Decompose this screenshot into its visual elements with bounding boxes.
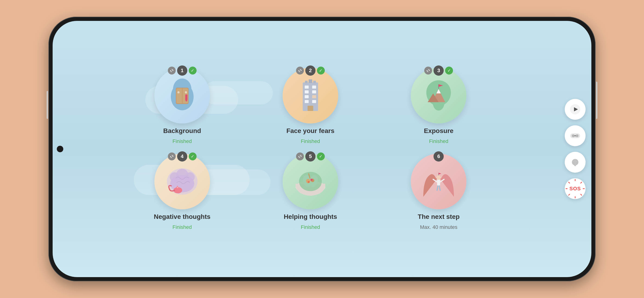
- module-badge-3: 3✓: [424, 66, 453, 76]
- check-icon-2: ✓: [317, 67, 325, 75]
- svg-rect-15: [304, 86, 308, 89]
- svg-point-53: [310, 179, 312, 181]
- svg-marker-12: [298, 70, 300, 71]
- svg-marker-1: [170, 70, 171, 71]
- svg-marker-44: [300, 156, 302, 157]
- module-circle-5: 5✓: [282, 154, 338, 209]
- svg-line-74: [580, 194, 582, 195]
- check-icon-1: ✓: [189, 67, 196, 75]
- svg-rect-24: [308, 79, 312, 83]
- module-grid: 1✓ BackgroundFinished: [125, 68, 496, 230]
- module-item-3[interactable]: 3✓ ExposureFinished: [382, 68, 496, 144]
- module-item-1[interactable]: 1✓ BackgroundFinished: [125, 68, 239, 144]
- module-item-4[interactable]: 4✓ Negative thoughtsFinished: [125, 154, 239, 230]
- refresh-icon-3: [424, 67, 432, 75]
- module-illustration-5: [282, 154, 338, 209]
- module-title-2: Face your fears: [286, 127, 334, 135]
- module-illustration-1: [154, 68, 210, 123]
- svg-line-75: [580, 182, 582, 183]
- refresh-icon-2: [296, 67, 304, 75]
- phone-screen: 1✓ BackgroundFinished: [52, 21, 592, 277]
- module-number-2: 2: [305, 66, 316, 76]
- svg-point-66: [572, 134, 575, 137]
- module-status-1: Finished: [172, 138, 192, 144]
- phone-notch: [57, 146, 63, 152]
- svg-point-54: [308, 181, 310, 183]
- module-illustration-2: [282, 68, 338, 123]
- module-status-6: Max. 40 minutes: [420, 224, 458, 230]
- sos-button[interactable]: SOS: [565, 178, 586, 199]
- svg-point-67: [576, 134, 579, 137]
- refresh-icon-4: [168, 152, 176, 160]
- module-title-4: Negative thoughts: [154, 213, 210, 220]
- svg-line-59: [437, 186, 438, 190]
- svg-point-56: [436, 175, 441, 180]
- svg-marker-27: [429, 70, 430, 71]
- module-title-6: The next step: [418, 213, 460, 220]
- svg-marker-34: [172, 156, 173, 157]
- module-badge-1: 1✓: [168, 66, 196, 76]
- svg-marker-45: [298, 156, 300, 157]
- module-number-5: 5: [305, 151, 316, 162]
- module-number-3: 3: [434, 66, 444, 76]
- svg-marker-28: [426, 70, 428, 71]
- svg-line-60: [439, 186, 440, 190]
- svg-rect-68: [574, 135, 576, 136]
- svg-marker-11: [300, 70, 302, 71]
- svg-marker-0: [172, 70, 173, 71]
- svg-line-73: [568, 182, 570, 183]
- module-status-3: Finished: [429, 138, 448, 144]
- refresh-icon-1: [168, 67, 176, 75]
- module-circle-2: 2✓: [282, 68, 338, 123]
- module-status-5: Finished: [301, 224, 320, 230]
- module-circle-4: 4✓: [154, 154, 210, 209]
- module-badge-6: 6: [434, 151, 444, 162]
- module-number-1: 1: [177, 66, 187, 76]
- svg-rect-19: [304, 95, 308, 98]
- svg-rect-26: [308, 106, 314, 111]
- svg-rect-55: [437, 179, 440, 186]
- module-illustration-6: [411, 154, 466, 209]
- module-circle-6: 6: [411, 154, 466, 209]
- svg-rect-25: [313, 81, 316, 83]
- svg-rect-23: [305, 81, 308, 83]
- brain-button[interactable]: [565, 152, 586, 173]
- refresh-icon-5: [296, 152, 304, 160]
- module-item-5[interactable]: 5✓ Helping thoughtsFinished: [253, 154, 368, 230]
- module-circle-3: 3✓: [411, 68, 466, 123]
- check-icon-3: ✓: [445, 67, 453, 75]
- svg-rect-16: [312, 86, 316, 89]
- svg-point-9: [177, 91, 180, 93]
- sidebar: SOS: [559, 21, 592, 277]
- svg-marker-35: [170, 156, 171, 157]
- play-button[interactable]: [565, 99, 586, 120]
- svg-line-76: [568, 194, 570, 195]
- svg-rect-18: [312, 90, 316, 93]
- module-illustration-3: [411, 68, 466, 123]
- module-title-1: Background: [163, 127, 201, 135]
- svg-rect-20: [312, 95, 316, 98]
- svg-rect-7: [185, 95, 187, 100]
- module-illustration-4: [154, 154, 210, 209]
- module-badge-5: 5✓: [296, 151, 325, 162]
- svg-rect-17: [304, 90, 308, 93]
- phone-frame: 1✓ BackgroundFinished: [48, 17, 596, 281]
- module-status-2: Finished: [301, 138, 320, 144]
- check-icon-4: ✓: [189, 152, 196, 160]
- module-circle-1: 1✓: [154, 68, 210, 123]
- module-item-6[interactable]: 6 The next stepMax. 4: [382, 154, 496, 230]
- svg-point-10: [185, 91, 187, 93]
- module-title-3: Exposure: [424, 127, 454, 135]
- module-number-4: 4: [177, 151, 187, 162]
- module-item-2[interactable]: 2✓ Face your: [253, 68, 368, 144]
- svg-rect-21: [304, 100, 308, 103]
- svg-marker-62: [438, 173, 441, 175]
- check-icon-5: ✓: [317, 152, 325, 160]
- module-title-5: Helping thoughts: [284, 213, 337, 220]
- module-badge-4: 4✓: [168, 151, 196, 162]
- svg-rect-22: [312, 100, 316, 103]
- vr-button[interactable]: [565, 125, 586, 146]
- module-number-6: 6: [434, 151, 444, 162]
- module-badge-2: 2✓: [296, 66, 325, 76]
- module-status-4: Finished: [172, 224, 192, 230]
